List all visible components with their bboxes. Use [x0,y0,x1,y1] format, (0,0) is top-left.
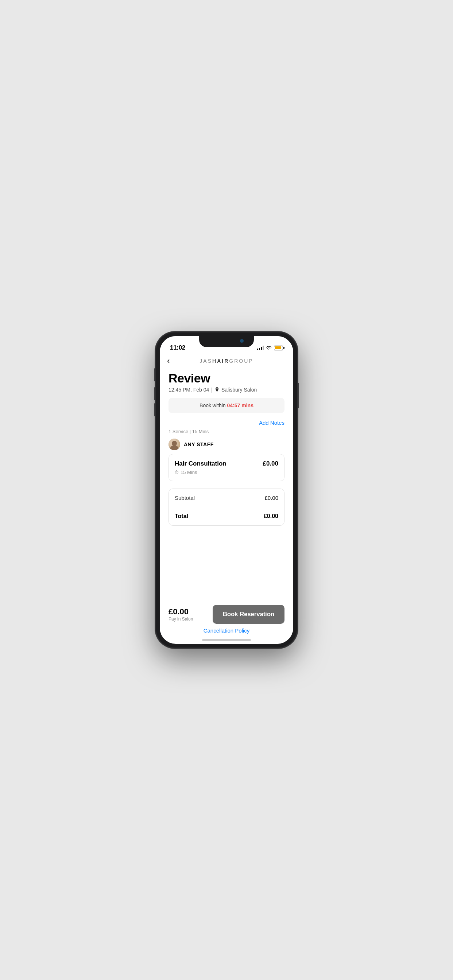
staff-name: ANY STAFF [184,442,214,447]
notch [199,336,254,347]
brand-hair: HAIR [212,358,229,364]
service-duration: ⏱ 15 Mins [175,469,278,475]
service-name: Hair Consultation [175,460,226,468]
subtotal-row: Subtotal £0.00 [175,489,278,507]
section-header: Add Notes [169,420,284,426]
pricing-section: Subtotal £0.00 Total £0.00 [169,488,284,526]
staff-row: ANY STAFF [169,439,284,450]
page-title: Review [169,371,284,385]
booking-meta: 12:45 PM, Feb 04 | Salisbury Salon [169,387,284,393]
timer-banner: Book within 04:57 mins [169,398,284,413]
total-price-section: £0.00 Pay in Salon [169,607,193,622]
clock-icon: ⏱ [175,470,179,475]
booking-date: 12:45 PM, Feb 04 [169,387,209,393]
subtotal-label: Subtotal [175,495,195,501]
service-summary: 1 Service | 15 Mins [169,429,284,434]
brand-logo: JASHAIRGROUP [199,358,253,364]
total-label: Total [175,513,188,520]
status-time: 11:02 [170,344,185,352]
bottom-total-amount: £0.00 [169,607,193,617]
timer-countdown: 04:57 mins [227,402,254,408]
subtotal-value: £0.00 [265,495,278,501]
meta-separator: | [211,387,213,393]
timer-prefix: Book within [199,402,227,408]
status-icons [257,345,283,350]
total-value: £0.00 [264,513,278,520]
bottom-action-row: £0.00 Pay in Salon Book Reservation [169,605,284,624]
location-icon [215,387,219,392]
service-price: £0.00 [263,460,278,468]
total-row: Total £0.00 [175,507,278,525]
wifi-icon [266,345,272,350]
page-content: Review 12:45 PM, Feb 04 | Salisbury Salo… [160,368,293,636]
cancellation-policy-link[interactable]: Cancellation Policy [169,627,284,634]
add-notes-button[interactable]: Add Notes [259,420,284,426]
staff-avatar [169,439,180,450]
signal-icon [257,345,264,350]
back-button[interactable]: ‹ [167,357,170,365]
booking-location: Salisbury Salon [222,387,257,393]
service-card: Hair Consultation £0.00 ⏱ 15 Mins [169,454,284,481]
battery-icon [274,345,283,350]
bottom-bar: £0.00 Pay in Salon Book Reservation Canc… [160,605,293,634]
duration-text: 15 Mins [180,469,197,475]
book-reservation-button[interactable]: Book Reservation [213,605,284,624]
pay-in-salon-label: Pay in Salon [169,617,193,622]
brand-group: GROUP [229,358,253,364]
home-indicator [202,639,251,641]
app-header: ‹ JASHAIRGROUP [160,355,293,368]
camera-dot [240,339,244,343]
brand-jas: JAS [199,358,212,364]
